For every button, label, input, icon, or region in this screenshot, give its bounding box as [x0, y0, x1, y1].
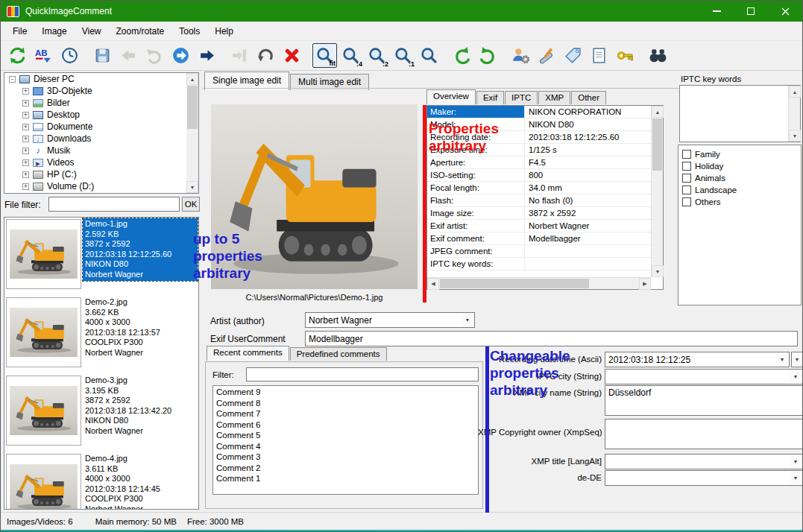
- chevron-down-icon[interactable]: [790, 455, 802, 468]
- tree-item-dieser-pc[interactable]: Dieser PC: [4, 73, 198, 85]
- iptc-keywords-list[interactable]: [679, 85, 801, 142]
- zoom-custom-button[interactable]: [417, 43, 441, 68]
- maximize-button[interactable]: [734, 1, 768, 22]
- chevron-down-icon[interactable]: [790, 472, 802, 484]
- key-button[interactable]: [613, 43, 637, 68]
- tab-iptc[interactable]: IPTC: [505, 91, 538, 104]
- scroll-up-icon[interactable]: [652, 106, 664, 118]
- rotate-left-button[interactable]: [450, 43, 474, 68]
- ok-button[interactable]: OK: [182, 197, 200, 212]
- property-row[interactable]: Flash:No flash (0): [427, 194, 651, 207]
- expand-icon[interactable]: [22, 148, 29, 154]
- property-row[interactable]: IPTC key words:: [427, 258, 651, 270]
- tab-xmp[interactable]: XMP: [538, 91, 570, 104]
- checkbox-landscape[interactable]: Landscape: [682, 184, 737, 196]
- user-settings-button[interactable]: [508, 43, 533, 68]
- scroll-right-icon[interactable]: [639, 278, 651, 290]
- file-list-item-demo-3[interactable]: Demo-3.jpg 3.195 KB 3872 x 2592 2012:03:…: [5, 375, 198, 447]
- zoom-fit-button[interactable]: fit: [312, 43, 337, 68]
- expand-icon[interactable]: [22, 124, 29, 130]
- checkbox-icon[interactable]: [682, 186, 691, 194]
- tag-button[interactable]: [561, 43, 585, 68]
- find-button[interactable]: [646, 43, 670, 68]
- file-list-item-demo-2[interactable]: Demo-2.jpg 3.662 KB 4000 x 3000 2012:03:…: [5, 297, 198, 369]
- comment-item[interactable]: Comment 9: [213, 387, 478, 398]
- checkbox-icon[interactable]: [682, 197, 691, 206]
- scroll-down-icon[interactable]: [789, 130, 801, 142]
- zoom-1-2-button[interactable]: :2: [365, 43, 389, 68]
- menu-tools[interactable]: Tools: [171, 23, 207, 39]
- rotate-button[interactable]: [254, 43, 278, 68]
- tree-item-3d-objekte[interactable]: 3D-Objekte: [4, 85, 198, 97]
- checkbox-holiday[interactable]: Holiday: [682, 160, 723, 172]
- property-row[interactable]: ISO-setting:800: [427, 169, 651, 182]
- scroll-left-icon[interactable]: [427, 278, 439, 290]
- tree-item-desktop[interactable]: Desktop: [4, 109, 198, 121]
- expand-icon[interactable]: [22, 171, 29, 178]
- expand-icon[interactable]: [22, 112, 29, 118]
- spellcheck-button[interactable]: [31, 43, 56, 68]
- tab-exif[interactable]: Exif: [476, 91, 504, 104]
- document-button[interactable]: [587, 43, 611, 68]
- scroll-down-icon[interactable]: [652, 265, 664, 277]
- menu-zoom-rotate[interactable]: Zoom/rotate: [109, 23, 172, 39]
- scroll-thumb[interactable]: [187, 86, 198, 129]
- tree-item-dokumente[interactable]: Dokumente: [4, 121, 198, 133]
- property-row[interactable]: Aperture:F4.5: [427, 156, 651, 169]
- collapse-icon[interactable]: [9, 76, 16, 83]
- tab-predefined-comments[interactable]: Predefined comments: [290, 347, 387, 361]
- scroll-down-icon[interactable]: [186, 181, 198, 193]
- extra-dropdown-button[interactable]: [791, 352, 803, 367]
- scroll-thumb[interactable]: [440, 279, 589, 288]
- checkbox-icon[interactable]: [682, 150, 691, 159]
- menu-help[interactable]: Help: [207, 23, 241, 39]
- expand-icon[interactable]: [22, 183, 29, 190]
- checkbox-family[interactable]: Family: [682, 148, 720, 160]
- file-filter-input[interactable]: [48, 197, 180, 212]
- undo-button[interactable]: [142, 43, 167, 68]
- file-list-item-demo-4[interactable]: Demo-4.jpg 3.611 KB 4000 x 3000 2012:03:…: [5, 453, 198, 510]
- tab-other[interactable]: Other: [571, 91, 606, 104]
- property-row[interactable]: JPEG comment:: [427, 245, 651, 258]
- tree-item-bilder[interactable]: Bilder: [4, 97, 198, 109]
- property-row[interactable]: Maker:NIKON CORPORATION: [427, 106, 651, 118]
- file-list-item-demo-1[interactable]: Demo-1.jpg 2.592 KB 3872 x 2592 2012:03:…: [5, 218, 198, 291]
- zoom-1-4-button[interactable]: :4: [338, 43, 363, 68]
- tab-recent-comments[interactable]: Recent comments: [207, 346, 289, 361]
- tree-item-drive-d[interactable]: Volume (D:): [4, 180, 198, 192]
- property-row[interactable]: Image size:3872 x 2592: [427, 207, 651, 220]
- comment-item[interactable]: Comment 1: [213, 473, 478, 484]
- property-row[interactable]: Focal length:34.0 mm: [427, 182, 651, 194]
- expand-icon[interactable]: [22, 88, 29, 95]
- back-button[interactable]: [116, 43, 141, 68]
- rotate-right-button[interactable]: [476, 43, 500, 68]
- scroll-up-icon[interactable]: [186, 73, 198, 85]
- xmp-title-combobox[interactable]: [605, 454, 803, 469]
- expand-icon[interactable]: [22, 100, 29, 107]
- tools-button[interactable]: [535, 43, 559, 68]
- comment-item[interactable]: Comment 6: [213, 419, 478, 431]
- tree-item-musik[interactable]: Musik: [4, 145, 198, 156]
- chevron-down-icon[interactable]: [462, 314, 473, 326]
- delete-button[interactable]: [280, 43, 304, 68]
- properties-hscrollbar[interactable]: [427, 277, 651, 289]
- menu-file[interactable]: File: [5, 23, 34, 39]
- checkbox-animals[interactable]: Animals: [682, 172, 725, 184]
- iptc-city-combobox[interactable]: [605, 369, 803, 384]
- zoom-1-1-button[interactable]: :1: [391, 43, 415, 68]
- comment-item[interactable]: Comment 5: [213, 430, 478, 441]
- comment-item[interactable]: Comment 8: [213, 398, 478, 409]
- refresh-button[interactable]: [5, 43, 30, 68]
- menu-view[interactable]: View: [75, 23, 109, 39]
- expand-icon[interactable]: [22, 159, 29, 166]
- xmp-copyright-owner-textarea[interactable]: [605, 419, 803, 449]
- de-de-combobox[interactable]: [605, 470, 803, 486]
- comment-item[interactable]: Comment 7: [213, 408, 478, 419]
- tree-item-downloads[interactable]: Downloads: [4, 133, 198, 145]
- xmp-city-name-textarea[interactable]: Düsseldorf: [605, 385, 803, 416]
- close-button[interactable]: [768, 1, 802, 22]
- chevron-down-icon[interactable]: [792, 353, 802, 366]
- tree-scrollbar[interactable]: [186, 73, 198, 193]
- chevron-down-icon[interactable]: [776, 353, 788, 366]
- minimize-button[interactable]: [699, 1, 734, 22]
